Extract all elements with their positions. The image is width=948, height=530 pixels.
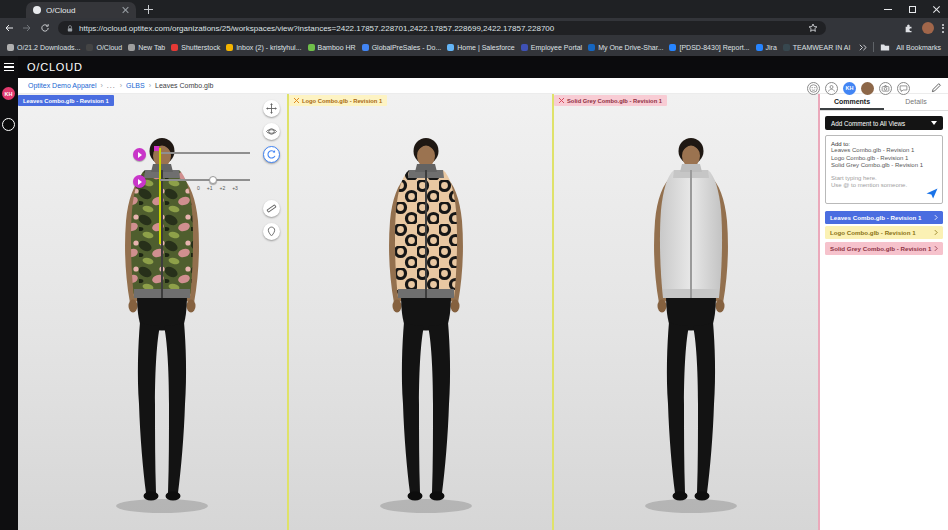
hamburger-menu-icon[interactable] [4, 63, 14, 71]
snapshot-camera-icon[interactable] [879, 82, 892, 95]
viewport-label-chip[interactable]: Leaves Combo.glb - Revision 1 [18, 95, 114, 106]
viewport-label-chip[interactable]: Logo Combo.glb - Revision 1 [289, 95, 387, 106]
bookmark-star-icon[interactable] [808, 23, 818, 33]
viewport-label: Leaves Combo.glb - Revision 1 [23, 98, 109, 104]
screen: O/Cloud https://ocloud.optitex.com/organ… [0, 0, 948, 530]
browser-menu-icon[interactable] [942, 24, 944, 33]
breadcrumb-separator: › [100, 82, 102, 89]
tick-0: 0 [197, 185, 200, 191]
bookmarks-overflow-icon[interactable] [858, 43, 867, 52]
viewport-label-chip[interactable]: Solid Grey Combo.glb - Revision 1 [554, 95, 667, 106]
viewport-solid-grey-combo[interactable]: Solid Grey Combo.glb - Revision 1 [552, 94, 818, 530]
ocloud-favicon [33, 6, 41, 14]
revision-item-logo[interactable]: Logo Combo.glb - Revision 1 [825, 226, 943, 239]
chevron-down-icon [931, 121, 937, 125]
breadcrumb-workspace[interactable]: Optitex Demo Apparel [28, 82, 96, 89]
invite-user-icon[interactable] [825, 82, 838, 95]
annotation-pin[interactable] [133, 175, 146, 188]
reload-icon [40, 23, 50, 33]
measure-icon [266, 203, 277, 214]
feedback-smiley-icon[interactable] [807, 82, 820, 95]
chevron-right-icon [934, 229, 938, 236]
measure-tool-button[interactable] [263, 200, 280, 217]
chat-widget-icon[interactable] [2, 118, 15, 131]
comment-input[interactable]: Start typing here. Use @ to mention some… [831, 175, 937, 190]
extensions-icon[interactable] [904, 23, 914, 33]
breadcrumb-more-button[interactable]: ... [107, 82, 116, 89]
slider-flag-marker[interactable] [154, 146, 159, 151]
breadcrumb-folder[interactable]: GLBS [126, 82, 145, 89]
chevron-right-icon [934, 214, 938, 221]
bookmark[interactable]: Bamboo HR [308, 44, 356, 51]
viewport-logo-combo[interactable]: Logo Combo.glb - Revision 1 [287, 94, 552, 530]
pin-tool-button[interactable] [263, 223, 280, 240]
minimize-button[interactable] [876, 0, 900, 18]
orbit-tool-button[interactable] [263, 123, 280, 140]
edit-pencil-icon[interactable] [931, 79, 942, 97]
bookmark[interactable]: O/21.2 Downloads... [7, 44, 80, 51]
bookmark[interactable]: [PDSD-8430] Report... [669, 44, 749, 51]
collaborator-avatar-kh[interactable]: KH [843, 82, 856, 95]
divider [873, 42, 874, 52]
mannequin-logo-model[interactable] [351, 136, 501, 516]
rotate-icon [266, 149, 277, 160]
user-avatar[interactable]: KH [2, 87, 15, 100]
tick-1: +1 [207, 185, 213, 191]
bookmark[interactable]: Shutterstock [171, 44, 220, 51]
close-view-icon[interactable] [294, 98, 299, 104]
mannequin-grey-model[interactable] [616, 136, 766, 516]
morph-slider-2-track[interactable] [160, 179, 250, 181]
viewport-leaves-combo[interactable]: Leaves Combo.glb - Revision 1 [18, 94, 287, 530]
comments-bubble-icon[interactable] [897, 82, 910, 95]
cursor-arrow-icon [138, 152, 142, 158]
all-bookmarks-label[interactable]: All Bookmarks [896, 44, 941, 51]
bookmark-favicon [226, 44, 233, 51]
pan-tool-button[interactable] [263, 100, 280, 117]
bookmark[interactable]: Employee Portal [521, 44, 582, 51]
add-comment-all-views-button[interactable]: Add Comment to All Views [825, 116, 943, 130]
reload-button[interactable] [36, 20, 54, 36]
revision-item-solid-grey[interactable]: Solid Grey Combo.glb - Revision 1 [825, 242, 943, 255]
close-icon [932, 5, 941, 14]
bookmark-favicon [7, 44, 14, 51]
maximize-button[interactable] [900, 0, 924, 18]
browser-navbar: https://ocloud.optitex.com/organizations… [0, 18, 948, 38]
revision-item-label: Solid Grey Combo.glb - Revision 1 [830, 245, 931, 252]
bookmark[interactable]: My One Drive-Shar... [588, 44, 663, 51]
add-comment-label: Add Comment to All Views [831, 120, 905, 127]
bookmark[interactable]: Home | Salesforce [447, 44, 514, 51]
pan-icon [266, 103, 277, 114]
bookmark[interactable]: GlobalPreSales - Do... [362, 44, 442, 51]
bookmark[interactable]: TEAMWEAR IN AI [783, 44, 851, 51]
bookmark[interactable]: New Tab [128, 44, 165, 51]
bookmark[interactable]: O/Cloud [86, 44, 122, 51]
close-view-icon[interactable] [559, 98, 564, 104]
measure-line [159, 148, 161, 244]
send-icon [926, 188, 938, 199]
rotate-tool-button-active[interactable] [263, 146, 280, 163]
comment-compose-box[interactable]: Add to: Leaves Combo.glb - Revision 1 Lo… [825, 135, 943, 204]
tab-close-icon[interactable] [121, 6, 129, 14]
forward-button[interactable] [18, 20, 36, 36]
bookmark[interactable]: Inbox (2) - kristyhul... [226, 44, 301, 51]
morph-slider-2-handle[interactable] [209, 176, 217, 184]
revision-item-leaves[interactable]: Leaves Combo.glb - Revision 1 [825, 211, 943, 224]
collaborator-avatar-photo[interactable] [861, 82, 874, 95]
left-rail: KH [0, 56, 18, 530]
breadcrumb-row: Optitex Demo Apparel › ... › GLBS › Leav… [18, 78, 948, 94]
app-header: O/CLOUD [0, 56, 948, 78]
close-window-button[interactable] [924, 0, 948, 18]
slider-tick-labels: 0 +1 +2 +3 [197, 185, 238, 191]
annotation-pin[interactable] [133, 148, 146, 161]
mannequin-leaves-model[interactable] [87, 136, 237, 516]
send-comment-button[interactable] [926, 188, 938, 200]
browser-tab[interactable]: O/Cloud [26, 2, 136, 18]
bookmark-favicon [756, 44, 763, 51]
morph-slider-1-track[interactable] [161, 152, 250, 154]
url-bar[interactable]: https://ocloud.optitex.com/organizations… [58, 21, 826, 35]
bookmark[interactable]: Jira [756, 44, 777, 51]
breadcrumb: Optitex Demo Apparel › ... › GLBS › Leav… [28, 82, 213, 89]
back-button[interactable] [0, 20, 18, 36]
browser-profile-avatar[interactable] [922, 22, 934, 34]
comments-sidebar: Comments Details Add Comment to All View… [818, 94, 948, 530]
